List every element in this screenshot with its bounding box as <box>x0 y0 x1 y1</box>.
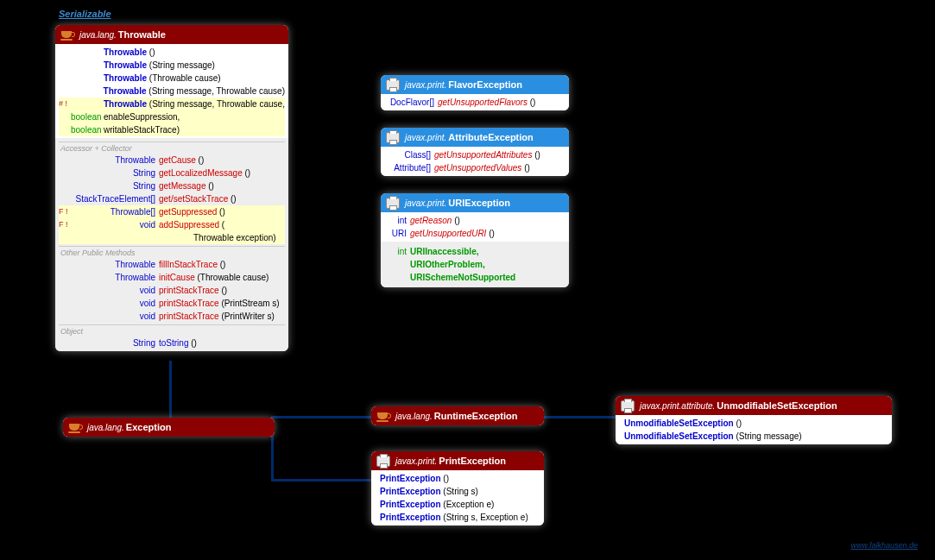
pkg-label: java.lang. <box>79 30 117 40</box>
const-row: intURIInaccessible, <box>384 245 565 258</box>
connector <box>169 361 172 418</box>
class-header: javax.print.FlavorException <box>381 75 569 94</box>
class-body: UnmodifiableSetException ()UnmodifiableS… <box>616 415 892 444</box>
member-row: PrintException (String s, Exception e) <box>375 511 540 524</box>
pkg-label: javax.print. <box>405 133 446 142</box>
interface-flavor-exception: javax.print.FlavorException DocFlavor[]g… <box>381 75 569 110</box>
member-row: Attribute[]getUnsupportedValues () <box>384 161 565 174</box>
const-row: URISchemeNotSupported <box>384 271 565 284</box>
member-row: ThrowablegetCause () <box>59 154 285 167</box>
footer-link[interactable]: www.falkhausen.de <box>850 541 918 550</box>
class-name: AttributeException <box>448 132 533 142</box>
class-body: DocFlavor[]getUnsupportedFlavors () <box>381 94 569 110</box>
class-exception: java.lang.Exception <box>63 418 275 437</box>
class-header: javax.print.URIException <box>381 193 569 212</box>
class-body: intURIInaccessible,URIOtherProblem,URISc… <box>381 242 569 287</box>
connector <box>271 416 375 418</box>
printer-icon <box>376 455 390 467</box>
coffee-icon <box>60 28 74 41</box>
section-label: Object <box>59 324 285 337</box>
member-row: Throwable (Throwable cause) <box>59 72 285 85</box>
member-row: PrintException (String s) <box>375 485 540 498</box>
member-row: StringgetMessage () <box>59 179 285 192</box>
class-header: java.lang.RuntimeException <box>371 406 544 425</box>
pkg-label: javax.print. <box>395 456 437 466</box>
printer-icon <box>386 131 400 143</box>
member-row: F !voidaddSuppressed ( <box>59 218 285 231</box>
pkg-label: javax.print. <box>405 198 446 208</box>
member-row: StackTraceElement[]get/setStackTrace () <box>59 192 285 205</box>
const-row: URIOtherProblem, <box>384 258 565 271</box>
member-row: intgetReason () <box>384 214 565 227</box>
class-body: PrintException ()PrintException (String … <box>371 470 544 525</box>
member-row: Class[]getUnsupportedAttributes () <box>384 148 565 161</box>
member-row: F !Throwable[]getSuppressed () <box>59 205 285 218</box>
class-body: intgetReason ()URIgetUnsupportedURI () <box>381 212 569 242</box>
interface-attribute-exception: javax.print.AttributeException Class[]ge… <box>381 128 569 176</box>
class-header: javax.print.PrintException <box>371 451 544 470</box>
printer-icon <box>386 79 400 91</box>
class-header: javax.print.AttributeException <box>381 128 569 147</box>
pkg-label: javax.print. <box>405 80 446 90</box>
interface-uri-exception: javax.print.URIException intgetReason ()… <box>381 193 569 287</box>
class-print-exception: javax.print.PrintException PrintExceptio… <box>371 451 544 525</box>
section-label: Other Public Methods <box>59 246 285 258</box>
member-row: PrintException (Exception e) <box>375 498 540 511</box>
member-row: UnmodifiableSetException () <box>619 417 888 430</box>
class-header: java.lang.Exception <box>63 418 275 437</box>
member-row: Throwable exception) <box>59 231 285 244</box>
member-row: voidprintStackTrace (PrintWriter s) <box>59 310 285 323</box>
connector <box>542 416 618 418</box>
class-name: UnmodifiableSetException <box>717 400 837 411</box>
section-label: Accessor + Collector <box>59 142 285 154</box>
member-row: booleanenableSuppression, <box>59 110 285 123</box>
member-row: UnmodifiableSetException (String message… <box>619 430 888 443</box>
class-name: FlavorException <box>448 79 522 90</box>
class-name: Exception <box>126 422 172 432</box>
member-row: booleanwritableStackTrace) <box>59 123 285 136</box>
printer-icon <box>621 400 635 412</box>
member-row: StringtoString () <box>59 337 285 349</box>
coffee-icon <box>68 421 82 433</box>
class-name: Throwable <box>118 29 166 40</box>
member-row: StringgetLocalizedMessage () <box>59 167 285 179</box>
member-row: Throwable (String message) <box>59 59 285 72</box>
class-name: RuntimeException <box>434 411 518 421</box>
member-row: DocFlavor[]getUnsupportedFlavors () <box>384 96 565 109</box>
serializable-link[interactable]: Serializable <box>59 9 111 19</box>
class-body: Class[]getUnsupportedAttributes ()Attrib… <box>381 147 569 176</box>
member-row: URIgetUnsupportedURI () <box>384 227 565 240</box>
class-body: Throwable ()Throwable (String message)Th… <box>55 44 288 138</box>
member-row: PrintException () <box>375 472 540 485</box>
class-body: Accessor + Collector ThrowablegetCause (… <box>55 138 288 351</box>
class-throwable: java.lang.Throwable Throwable ()Throwabl… <box>55 25 288 351</box>
class-header: javax.print.attribute.UnmodifiableSetExc… <box>616 396 892 415</box>
member-row: ThrowablefillInStackTrace () <box>59 258 285 271</box>
class-name: URIException <box>448 198 510 208</box>
printer-icon <box>386 197 400 209</box>
class-name: PrintException <box>439 456 506 466</box>
member-row: Throwable () <box>59 46 285 59</box>
member-row: voidprintStackTrace () <box>59 284 285 297</box>
pkg-label: javax.print.attribute. <box>640 401 715 411</box>
member-row: voidprintStackTrace (PrintStream s) <box>59 297 285 310</box>
member-row: # !Throwable (String message, Throwable … <box>59 98 285 110</box>
class-runtime-exception: java.lang.RuntimeException <box>371 406 544 425</box>
class-header: java.lang.Throwable <box>55 25 288 44</box>
class-unmodifiable-set-exception: javax.print.attribute.UnmodifiableSetExc… <box>616 396 892 444</box>
member-row: Throwable (String message, Throwable cau… <box>59 85 285 98</box>
member-row: ThrowableinitCause (Throwable cause) <box>59 271 285 284</box>
pkg-label: java.lang. <box>395 412 433 421</box>
connector <box>271 479 375 481</box>
coffee-icon <box>376 410 390 422</box>
pkg-label: java.lang. <box>87 423 124 432</box>
